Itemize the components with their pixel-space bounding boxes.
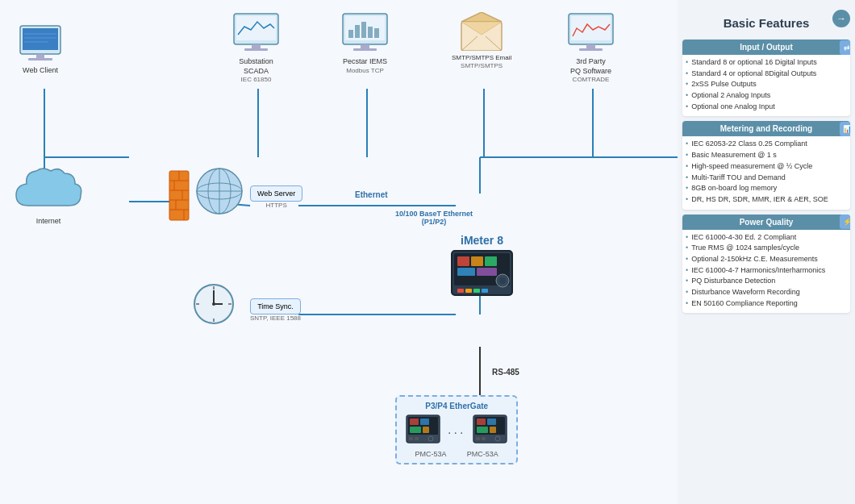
svg-rect-94 <box>487 419 496 425</box>
internet-label: Internet <box>12 217 85 227</box>
pq-monitor-icon <box>565 12 617 54</box>
ethernet-label-node: Ethernet <box>355 190 388 199</box>
bullet: • <box>686 299 688 309</box>
p3p4-node: P3/P4 EtherGate ... <box>395 395 518 464</box>
cloud-icon <box>12 161 85 214</box>
svg-rect-86 <box>410 427 421 433</box>
bullet: • <box>686 233 688 243</box>
diagram-area: Web Client Substation SCADA IEC 61850 Pe… <box>0 0 678 504</box>
substation-scada-sublabel: IEC 61850 <box>230 76 282 83</box>
svg-rect-77 <box>485 256 497 266</box>
metering-section: Metering and Recording 📊 • IEC 62053-22 … <box>682 121 850 209</box>
globe-icon <box>194 165 246 218</box>
ethernet-label-text: Ethernet <box>355 190 388 199</box>
right-panel: → Basic Features Input / Output ⇄ • Stan… <box>678 0 855 504</box>
substation-scada-node: Substation SCADA IEC 61850 <box>230 12 282 83</box>
bullet: • <box>686 140 688 149</box>
bullet: • <box>686 91 688 101</box>
svg-rect-78 <box>457 268 475 276</box>
third-party-pq-label: 3rd Party PQ Software <box>565 57 617 76</box>
input-output-header: Input / Output <box>682 40 850 55</box>
svg-rect-36 <box>353 48 377 51</box>
svg-point-81 <box>499 277 506 284</box>
svg-rect-89 <box>415 437 419 440</box>
smtp-sublabel: SMTP/SMTPS <box>452 62 511 69</box>
svg-rect-85 <box>420 419 429 425</box>
third-party-pq-sublabel: COMTRADE <box>565 76 617 83</box>
svg-point-99 <box>495 436 500 441</box>
time-sync-node: Time Sync. SNTP, IEEE 1588 <box>250 298 301 322</box>
pecstar-sublabel: Modbus TCP <box>339 67 391 74</box>
pecstar-node: Pecstar IEMS Modbus TCP <box>339 12 391 74</box>
clock-icon <box>192 282 236 327</box>
pq-item-5: • Disturbance Waveform Recording <box>686 288 845 298</box>
svg-rect-75 <box>457 256 469 266</box>
firewall-node <box>168 169 190 223</box>
power-quality-body: • IEC 61000-4-30 Ed. 2 Compliant • True … <box>682 230 850 314</box>
web-client-node: Web Client <box>16 24 65 76</box>
imeter8-device-icon <box>448 247 516 303</box>
svg-rect-30 <box>348 30 353 38</box>
svg-rect-74 <box>482 289 488 293</box>
firewall-icon <box>168 169 190 222</box>
dots-separator: ... <box>448 423 465 437</box>
pmc-device-2-icon <box>472 414 508 446</box>
m-item-5: • DR, HS DR, SDR, MMR, IER & AER, SOE <box>686 195 845 205</box>
rs485-label-node: RS-485 <box>492 367 519 377</box>
p3p4-box: P3/P4 EtherGate ... <box>395 395 518 464</box>
bullet: • <box>686 195 688 205</box>
pq-item-4: • PQ Disturbance Detection <box>686 277 845 286</box>
svg-rect-98 <box>482 437 486 440</box>
io-item-3: • Optional 2 Analog Inputs <box>686 91 845 101</box>
email-icon <box>457 12 506 51</box>
internet-node: Internet <box>12 161 85 227</box>
pmc2-label: PMC-53A <box>467 450 498 458</box>
svg-rect-88 <box>409 437 413 440</box>
imeter8-title: iMeter 8 <box>448 234 516 247</box>
svg-rect-97 <box>476 437 480 440</box>
bullet: • <box>686 102 688 112</box>
bullet: • <box>686 266 688 276</box>
pmc-device-1-icon <box>405 414 441 446</box>
svg-rect-96 <box>490 427 496 433</box>
svg-rect-27 <box>244 48 268 51</box>
web-server-label: Web Server <box>257 190 295 198</box>
svg-rect-73 <box>473 289 480 293</box>
m-item-0: • IEC 62053-22 Class 0.25 Compliant <box>686 140 845 149</box>
arrow-icon[interactable]: → <box>832 10 850 27</box>
svg-rect-95 <box>477 427 488 433</box>
web-server-node: Web Server HTTPS <box>250 185 302 209</box>
m-item-4: • 8GB on-board log memory <box>686 184 845 194</box>
svg-rect-93 <box>477 419 486 425</box>
time-sync-sublabel: SNTP, IEEE 1588 <box>250 314 301 322</box>
scada-monitor-icon <box>230 12 282 54</box>
svg-point-90 <box>428 436 433 441</box>
smtp-email-label: SMTP/SMTPS Email <box>452 54 511 62</box>
metering-icon: 📊 <box>840 122 850 136</box>
input-output-section: Input / Output ⇄ • Standard 8 or optiona… <box>682 40 850 116</box>
pq-item-2: • Optional 2-150kHz C.E. Measurements <box>686 255 845 264</box>
io-item-4: • Optional one Analog Input <box>686 102 845 112</box>
svg-rect-18 <box>23 28 58 50</box>
svg-marker-38 <box>461 12 502 22</box>
web-server-box: Web Server <box>250 185 302 202</box>
pecstar-label: Pecstar IEMS <box>339 57 391 67</box>
bullet: • <box>686 255 688 264</box>
svg-rect-26 <box>252 44 261 48</box>
bullet: • <box>686 184 688 194</box>
power-quality-header: Power Quality <box>682 215 850 230</box>
svg-rect-45 <box>579 48 603 51</box>
bullet: • <box>686 162 688 172</box>
svg-rect-76 <box>471 256 483 266</box>
time-sync-icon-node <box>192 282 236 328</box>
svg-rect-32 <box>361 22 366 38</box>
io-item-0: • Standard 8 or optional 16 Digital Inpu… <box>686 58 845 68</box>
bullet: • <box>686 277 688 286</box>
time-sync-label: Time Sync. <box>257 302 294 310</box>
svg-rect-72 <box>465 289 472 293</box>
pq-item-3: • IEC 61000-4-7 Harmonics/Interharmonics <box>686 266 845 276</box>
svg-rect-87 <box>423 427 429 433</box>
pq-item-1: • True RMS @ 1024 samples/cycle <box>686 244 845 253</box>
bullet: • <box>686 69 688 79</box>
svg-rect-25 <box>236 16 276 40</box>
